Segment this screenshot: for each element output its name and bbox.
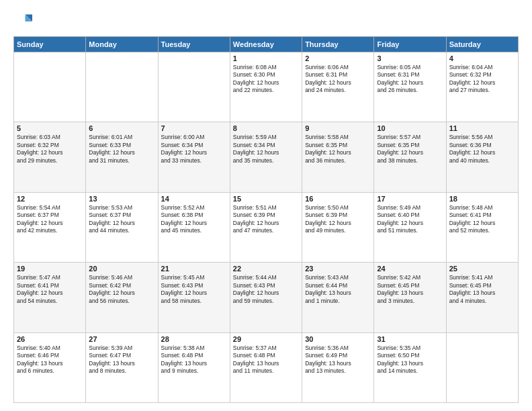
day-info: Sunrise: 5:52 AM Sunset: 6:38 PM Dayligh… bbox=[161, 204, 227, 235]
calendar-cell: 13Sunrise: 5:53 AM Sunset: 6:37 PM Dayli… bbox=[86, 192, 158, 262]
day-number: 1 bbox=[233, 54, 299, 62]
calendar-cell: 3Sunrise: 6:05 AM Sunset: 6:31 PM Daylig… bbox=[374, 52, 446, 122]
day-info: Sunrise: 6:08 AM Sunset: 6:30 PM Dayligh… bbox=[233, 64, 299, 95]
day-info: Sunrise: 5:50 AM Sunset: 6:39 PM Dayligh… bbox=[305, 204, 371, 235]
header-sunday: Sunday bbox=[14, 37, 86, 52]
day-number: 7 bbox=[161, 124, 227, 132]
calendar-cell: 27Sunrise: 5:39 AM Sunset: 6:47 PM Dayli… bbox=[86, 332, 158, 402]
day-info: Sunrise: 5:35 AM Sunset: 6:50 PM Dayligh… bbox=[377, 345, 443, 375]
week-row-3: 12Sunrise: 5:54 AM Sunset: 6:37 PM Dayli… bbox=[14, 192, 519, 262]
calendar-cell: 22Sunrise: 5:44 AM Sunset: 6:43 PM Dayli… bbox=[230, 263, 302, 332]
day-number: 12 bbox=[17, 195, 83, 203]
day-number: 2 bbox=[305, 54, 371, 62]
day-number: 23 bbox=[305, 265, 371, 273]
calendar-page: SundayMondayTuesdayWednesdayThursdayFrid… bbox=[0, 0, 532, 411]
calendar-cell: 12Sunrise: 5:54 AM Sunset: 6:37 PM Dayli… bbox=[14, 192, 86, 262]
day-number: 31 bbox=[377, 335, 443, 343]
header-saturday: Saturday bbox=[446, 37, 518, 52]
calendar-cell: 4Sunrise: 6:04 AM Sunset: 6:32 PM Daylig… bbox=[446, 52, 518, 122]
day-number: 29 bbox=[233, 335, 299, 343]
calendar-cell bbox=[446, 332, 518, 402]
calendar-cell: 17Sunrise: 5:49 AM Sunset: 6:40 PM Dayli… bbox=[374, 192, 446, 262]
day-info: Sunrise: 5:53 AM Sunset: 6:37 PM Dayligh… bbox=[89, 204, 154, 235]
day-info: Sunrise: 5:44 AM Sunset: 6:43 PM Dayligh… bbox=[233, 274, 299, 305]
day-info: Sunrise: 5:45 AM Sunset: 6:43 PM Dayligh… bbox=[161, 274, 227, 305]
day-info: Sunrise: 5:54 AM Sunset: 6:37 PM Dayligh… bbox=[17, 204, 83, 235]
day-number: 8 bbox=[233, 124, 299, 132]
calendar-cell: 11Sunrise: 5:56 AM Sunset: 6:36 PM Dayli… bbox=[446, 122, 518, 192]
day-info: Sunrise: 6:04 AM Sunset: 6:32 PM Dayligh… bbox=[449, 64, 515, 95]
calendar-cell: 18Sunrise: 5:48 AM Sunset: 6:41 PM Dayli… bbox=[446, 192, 518, 262]
calendar-cell: 31Sunrise: 5:35 AM Sunset: 6:50 PM Dayli… bbox=[374, 332, 446, 402]
header-wednesday: Wednesday bbox=[230, 37, 302, 52]
day-number: 28 bbox=[161, 335, 227, 343]
day-info: Sunrise: 5:58 AM Sunset: 6:35 PM Dayligh… bbox=[305, 134, 371, 165]
day-number: 25 bbox=[449, 265, 515, 273]
page-header bbox=[13, 12, 519, 31]
calendar-cell bbox=[86, 52, 158, 122]
day-info: Sunrise: 6:03 AM Sunset: 6:32 PM Dayligh… bbox=[17, 134, 83, 165]
day-number: 16 bbox=[305, 195, 371, 203]
calendar-header-row: SundayMondayTuesdayWednesdayThursdayFrid… bbox=[14, 37, 519, 52]
day-info: Sunrise: 5:51 AM Sunset: 6:39 PM Dayligh… bbox=[233, 204, 299, 235]
day-info: Sunrise: 5:47 AM Sunset: 6:41 PM Dayligh… bbox=[17, 274, 83, 305]
calendar-cell: 15Sunrise: 5:51 AM Sunset: 6:39 PM Dayli… bbox=[230, 192, 302, 262]
header-friday: Friday bbox=[374, 37, 446, 52]
calendar-cell: 23Sunrise: 5:43 AM Sunset: 6:44 PM Dayli… bbox=[302, 263, 374, 332]
calendar-cell: 30Sunrise: 5:36 AM Sunset: 6:49 PM Dayli… bbox=[302, 332, 374, 402]
calendar-cell bbox=[14, 52, 86, 122]
calendar-cell: 2Sunrise: 6:06 AM Sunset: 6:31 PM Daylig… bbox=[302, 52, 374, 122]
calendar-cell: 28Sunrise: 5:38 AM Sunset: 6:48 PM Dayli… bbox=[158, 332, 230, 402]
day-info: Sunrise: 6:06 AM Sunset: 6:31 PM Dayligh… bbox=[305, 64, 371, 95]
calendar-cell: 25Sunrise: 5:41 AM Sunset: 6:45 PM Dayli… bbox=[446, 263, 518, 332]
day-number: 5 bbox=[17, 124, 83, 132]
week-row-2: 5Sunrise: 6:03 AM Sunset: 6:32 PM Daylig… bbox=[14, 122, 519, 192]
day-info: Sunrise: 5:36 AM Sunset: 6:49 PM Dayligh… bbox=[305, 345, 371, 375]
calendar-cell: 1Sunrise: 6:08 AM Sunset: 6:30 PM Daylig… bbox=[230, 52, 302, 122]
calendar-cell: 21Sunrise: 5:45 AM Sunset: 6:43 PM Dayli… bbox=[158, 263, 230, 332]
logo bbox=[13, 12, 35, 31]
day-number: 27 bbox=[89, 335, 154, 343]
day-number: 6 bbox=[89, 124, 154, 132]
day-number: 30 bbox=[305, 335, 371, 343]
day-number: 24 bbox=[377, 265, 443, 273]
day-number: 20 bbox=[89, 265, 154, 273]
day-info: Sunrise: 5:49 AM Sunset: 6:40 PM Dayligh… bbox=[377, 204, 443, 235]
calendar-cell: 14Sunrise: 5:52 AM Sunset: 6:38 PM Dayli… bbox=[158, 192, 230, 262]
calendar-table: SundayMondayTuesdayWednesdayThursdayFrid… bbox=[13, 36, 519, 403]
day-info: Sunrise: 5:56 AM Sunset: 6:36 PM Dayligh… bbox=[449, 134, 515, 165]
day-info: Sunrise: 5:38 AM Sunset: 6:48 PM Dayligh… bbox=[161, 345, 227, 375]
week-row-1: 1Sunrise: 6:08 AM Sunset: 6:30 PM Daylig… bbox=[14, 52, 519, 122]
day-info: Sunrise: 5:43 AM Sunset: 6:44 PM Dayligh… bbox=[305, 274, 371, 305]
day-number: 11 bbox=[449, 124, 515, 132]
calendar-cell: 26Sunrise: 5:40 AM Sunset: 6:46 PM Dayli… bbox=[14, 332, 86, 402]
calendar-cell: 16Sunrise: 5:50 AM Sunset: 6:39 PM Dayli… bbox=[302, 192, 374, 262]
day-number: 13 bbox=[89, 195, 154, 203]
day-info: Sunrise: 5:39 AM Sunset: 6:47 PM Dayligh… bbox=[89, 345, 154, 375]
day-info: Sunrise: 5:46 AM Sunset: 6:42 PM Dayligh… bbox=[89, 274, 154, 305]
day-info: Sunrise: 5:42 AM Sunset: 6:45 PM Dayligh… bbox=[377, 274, 443, 305]
calendar-cell: 5Sunrise: 6:03 AM Sunset: 6:32 PM Daylig… bbox=[14, 122, 86, 192]
day-info: Sunrise: 6:01 AM Sunset: 6:33 PM Dayligh… bbox=[89, 134, 154, 165]
day-number: 19 bbox=[17, 265, 83, 273]
day-info: Sunrise: 5:48 AM Sunset: 6:41 PM Dayligh… bbox=[449, 204, 515, 235]
day-info: Sunrise: 6:05 AM Sunset: 6:31 PM Dayligh… bbox=[377, 64, 443, 95]
calendar-cell: 8Sunrise: 5:59 AM Sunset: 6:34 PM Daylig… bbox=[230, 122, 302, 192]
day-number: 17 bbox=[377, 195, 443, 203]
calendar-cell: 9Sunrise: 5:58 AM Sunset: 6:35 PM Daylig… bbox=[302, 122, 374, 192]
day-info: Sunrise: 5:41 AM Sunset: 6:45 PM Dayligh… bbox=[449, 274, 515, 305]
calendar-cell: 7Sunrise: 6:00 AM Sunset: 6:34 PM Daylig… bbox=[158, 122, 230, 192]
day-number: 14 bbox=[161, 195, 227, 203]
day-info: Sunrise: 5:57 AM Sunset: 6:35 PM Dayligh… bbox=[377, 134, 443, 165]
week-row-5: 26Sunrise: 5:40 AM Sunset: 6:46 PM Dayli… bbox=[14, 332, 519, 402]
header-thursday: Thursday bbox=[302, 37, 374, 52]
calendar-cell: 19Sunrise: 5:47 AM Sunset: 6:41 PM Dayli… bbox=[14, 263, 86, 332]
day-number: 15 bbox=[233, 195, 299, 203]
calendar-cell bbox=[158, 52, 230, 122]
calendar-cell: 20Sunrise: 5:46 AM Sunset: 6:42 PM Dayli… bbox=[86, 263, 158, 332]
day-number: 21 bbox=[161, 265, 227, 273]
calendar-cell: 10Sunrise: 5:57 AM Sunset: 6:35 PM Dayli… bbox=[374, 122, 446, 192]
week-row-4: 19Sunrise: 5:47 AM Sunset: 6:41 PM Dayli… bbox=[14, 263, 519, 332]
calendar-cell: 6Sunrise: 6:01 AM Sunset: 6:33 PM Daylig… bbox=[86, 122, 158, 192]
day-number: 10 bbox=[377, 124, 443, 132]
